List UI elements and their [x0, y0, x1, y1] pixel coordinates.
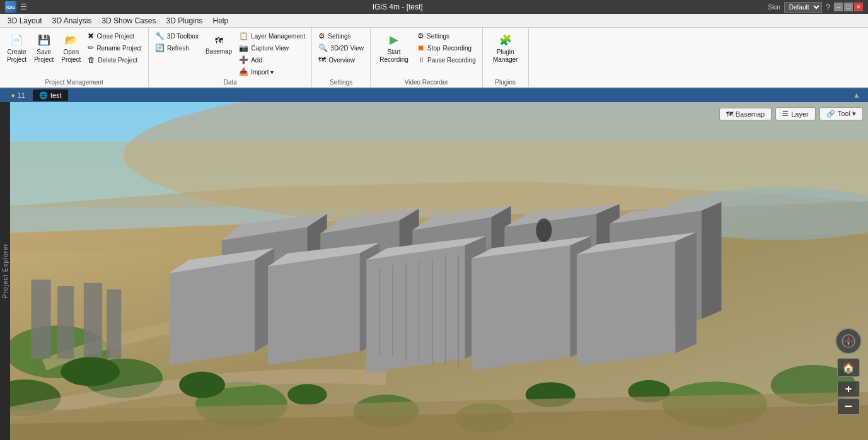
- menu-3d-show-cases[interactable]: 3D Show Cases: [96, 14, 161, 27]
- minimize-button[interactable]: ─: [834, 3, 843, 11]
- svg-point-63: [536, 219, 552, 243]
- sidebar-label: Project Explorer: [2, 243, 9, 298]
- delete-project-button[interactable]: 🗑 Delete Project: [85, 54, 144, 66]
- create-project-icon: 📄: [9, 32, 25, 47]
- stop-recording-label: Stop: [427, 45, 441, 52]
- capture-view-button[interactable]: 📷 Capture View: [236, 42, 308, 54]
- zoom-out-button[interactable]: −: [837, 398, 860, 415]
- menu-help[interactable]: Help: [207, 14, 233, 27]
- close-project-button[interactable]: ✖ Close Project: [85, 30, 144, 42]
- 3d-2d-label: 3D/2D View: [330, 45, 364, 52]
- layer-viewport-button[interactable]: ☰ Layer: [775, 107, 816, 120]
- 3d-toolbox-button[interactable]: 🔧 3D Toolbox: [153, 30, 201, 42]
- ribbon: 📄 CreateProject 💾 SaveProject 📂 OpenProj…: [0, 28, 868, 88]
- 3d-scene-svg: [10, 102, 868, 440]
- tab-strip: ♦ 11 🌐 test ▲: [0, 88, 868, 102]
- ribbon-col-pm-small: ✖ Close Project ✏ Rename Project 🗑 Delet…: [85, 30, 144, 66]
- compass-button[interactable]: [835, 328, 862, 354]
- ribbon-group-content-data: 🔧 3D Toolbox 🔄 Refresh 🗺 Basemap 📋 Layer…: [153, 30, 308, 78]
- settings-icon: ⚙: [318, 32, 325, 40]
- ribbon-label-settings: Settings: [330, 79, 352, 86]
- refresh-button[interactable]: 🔄 Refresh: [153, 42, 201, 54]
- title-left: iGIS ☰: [5, 1, 27, 13]
- stop-recording-button[interactable]: ⏹ Stop Recording: [415, 42, 478, 54]
- refresh-icon: 🔄: [155, 43, 165, 52]
- import-button[interactable]: 📥 Import ▾: [236, 66, 308, 78]
- maximize-button[interactable]: □: [844, 3, 853, 11]
- zoom-out-icon: −: [845, 398, 853, 415]
- svg-marker-65: [847, 336, 850, 341]
- svg-marker-35: [366, 245, 465, 373]
- 3d-2d-view-button[interactable]: 🔍 3D/2D View: [316, 42, 366, 54]
- pause-recording-button[interactable]: ⏸ Pause Recording: [415, 54, 478, 66]
- svg-marker-66: [847, 341, 850, 346]
- close-button[interactable]: ✕: [854, 3, 863, 11]
- svg-rect-53: [57, 286, 74, 359]
- pause-recording-label: Pause Recording: [427, 57, 476, 64]
- basemap-viewport-button[interactable]: 🗺 Basemap: [719, 108, 772, 120]
- viewport-controls: 🗺 Basemap ☰ Layer 🔗 Tool ▾: [719, 107, 863, 120]
- ribbon-group-content-vr: ▶ Start Recording ⚙ Settings ⏹ Stop Reco…: [374, 30, 478, 78]
- layer-management-icon: 📋: [239, 32, 248, 40]
- plugin-manager-button[interactable]: 🧩 Plugin Manager: [487, 30, 524, 66]
- window-controls: ─ □ ✕: [834, 3, 863, 11]
- ribbon-label-pm: Project Management: [45, 79, 103, 86]
- viewport-area: Project Explorer: [0, 102, 868, 440]
- import-icon: 📥: [239, 67, 248, 76]
- ribbon-col-vr-small: ⚙ Settings ⏹ Stop Recording ⏸ Pause Reco…: [415, 30, 478, 66]
- ribbon-group-data: 🔧 3D Toolbox 🔄 Refresh 🗺 Basemap 📋 Layer…: [149, 28, 312, 87]
- sidebar: Project Explorer: [0, 102, 10, 440]
- basemap-vp-label: Basemap: [736, 110, 765, 118]
- start-recording-button[interactable]: ▶ Start Recording: [374, 30, 414, 66]
- capture-view-label: Capture View: [251, 45, 289, 52]
- skin-label: Skin: [768, 4, 780, 11]
- tool-vp-label: Tool ▾: [838, 110, 856, 118]
- settings-label: Settings: [328, 33, 350, 40]
- settings-recorder-icon: ⚙: [417, 32, 424, 40]
- tab-test[interactable]: 🌐 test: [33, 90, 68, 101]
- menu-3d-analysis[interactable]: 3D Analysis: [47, 14, 97, 27]
- ribbon-group-settings: ⚙ Settings 🔍 3D/2D View 🗺 Overview Setti…: [312, 28, 371, 87]
- ribbon-label-plugins: Plugins: [495, 79, 516, 86]
- open-project-button[interactable]: 📂 OpenProject: [58, 30, 84, 66]
- rename-project-button[interactable]: ✏ Rename Project: [85, 42, 144, 54]
- menu-3d-plugins[interactable]: 3D Plugins: [161, 14, 207, 27]
- 3d-viewport[interactable]: 🗺 Basemap ☰ Layer 🔗 Tool ▾: [10, 102, 868, 440]
- add-icon: ➕: [239, 55, 248, 64]
- rename-project-label: Rename Project: [96, 45, 142, 52]
- layer-management-button[interactable]: 📋 Layer Management: [236, 30, 308, 42]
- open-project-label: OpenProject: [61, 49, 81, 64]
- tab-collapse-icon[interactable]: ▲: [850, 91, 863, 100]
- ribbon-group-project-management: 📄 CreateProject 💾 SaveProject 📂 OpenProj…: [0, 28, 149, 87]
- settings-recorder-label: Settings: [427, 33, 449, 40]
- save-project-button[interactable]: 💾 SaveProject: [31, 30, 57, 66]
- add-button[interactable]: ➕ Add: [236, 54, 308, 66]
- plugin-manager-label: Plugin Manager: [490, 49, 521, 64]
- ribbon-col-data-small: 🔧 3D Toolbox 🔄 Refresh: [153, 30, 201, 54]
- tab-11[interactable]: ♦ 11: [5, 90, 32, 101]
- settings-recorder-button[interactable]: ⚙ Settings: [415, 30, 478, 42]
- add-label: Add: [251, 57, 262, 64]
- svg-point-56: [179, 372, 225, 398]
- basemap-button[interactable]: 🗺 Basemap: [202, 30, 235, 57]
- capture-view-icon: 📷: [239, 43, 248, 52]
- ribbon-col-data2: 📋 Layer Management 📷 Capture View ➕ Add …: [236, 30, 308, 78]
- home-button[interactable]: 🏠: [837, 358, 860, 377]
- menu-icon[interactable]: ☰: [20, 3, 27, 11]
- overview-button[interactable]: 🗺 Overview: [316, 54, 366, 66]
- ribbon-label-data: Data: [224, 79, 237, 86]
- plugin-manager-icon: 🧩: [498, 32, 513, 47]
- zoom-in-button[interactable]: +: [837, 381, 860, 397]
- tool-viewport-button[interactable]: 🔗 Tool ▾: [819, 107, 863, 120]
- menu-3d-layout[interactable]: 3D Layout: [3, 14, 47, 27]
- tab-test-label: test: [50, 91, 62, 99]
- rename-project-icon: ✏: [88, 43, 94, 52]
- settings-button[interactable]: ⚙ Settings: [316, 30, 366, 42]
- overview-icon: 🗺: [318, 55, 326, 64]
- ribbon-group-content-plugins: 🧩 Plugin Manager: [487, 30, 524, 78]
- skin-select[interactable]: Default: [784, 2, 822, 13]
- svg-rect-55: [107, 289, 121, 358]
- create-project-button[interactable]: 📄 CreateProject: [4, 30, 30, 66]
- ribbon-col-settings: ⚙ Settings 🔍 3D/2D View 🗺 Overview: [316, 30, 366, 66]
- help-icon[interactable]: ?: [826, 3, 830, 12]
